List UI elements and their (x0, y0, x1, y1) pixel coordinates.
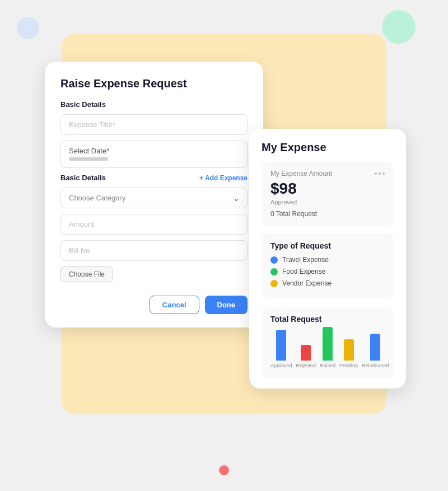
my-expense-title: My Expense (262, 141, 394, 154)
raise-expense-card: Raise Expense Request Basic Details Sele… (45, 62, 263, 328)
choose-file-button[interactable]: Choose File (60, 266, 113, 282)
bill-no-input[interactable] (60, 240, 248, 261)
expense-amount-value: $98 (270, 180, 385, 198)
bar-chart: ApprovedRejectedRaisedPendingReimbursed (270, 329, 385, 368)
bar-group: Raised (320, 327, 335, 368)
basic-details-label-1: Basic Details (60, 100, 248, 109)
dot-2 (379, 172, 381, 175)
food-label: Food Expense (282, 268, 325, 275)
my-expense-card: My Expense My Expense Amount $98 Approve… (249, 129, 406, 389)
request-item-food: Food Expense (270, 268, 385, 275)
basic-details-header: Basic Details + Add Expense (60, 174, 248, 182)
bar-group: Approved (270, 330, 292, 368)
travel-label: Travel Expense (282, 256, 329, 264)
vendor-dot (270, 280, 278, 287)
bar-group: Pending (339, 339, 358, 368)
request-item-travel: Travel Expense (270, 256, 385, 264)
form-actions: Cancel Done (60, 296, 248, 314)
food-dot (270, 268, 278, 275)
raise-expense-title: Raise Expense Request (60, 77, 248, 90)
expense-status: Approved (270, 199, 385, 205)
blue-blob (17, 17, 39, 39)
expense-amount-section: My Expense Amount $98 Approved 0 Total R… (262, 162, 394, 226)
bar (370, 334, 380, 361)
expense-title-input[interactable] (60, 114, 248, 135)
total-request-section: Total Request ApprovedRejectedRaisedPend… (262, 307, 394, 378)
category-select[interactable]: Choose Category Travel Expense Food Expe… (60, 188, 248, 208)
bar-label: Approved (270, 363, 292, 368)
type-of-request-section: Type of Request Travel Expense Food Expe… (262, 233, 394, 299)
done-button[interactable]: Done (205, 296, 248, 314)
dots-menu (375, 172, 385, 175)
add-expense-button[interactable]: + Add Expense (199, 174, 248, 182)
expense-amount-label-row: My Expense Amount (270, 170, 385, 177)
bar-group: Reimbursed (362, 334, 389, 368)
select-date-label: Select Date* (69, 147, 239, 155)
vendor-label: Vendor Expense (282, 279, 332, 287)
bar (276, 330, 286, 361)
teal-blob (382, 10, 416, 44)
select-date-field[interactable]: Select Date* (60, 141, 248, 168)
total-request-title: Total Request (270, 315, 385, 324)
cancel-button[interactable]: Cancel (150, 296, 199, 314)
basic-details-label-2: Basic Details (60, 174, 106, 182)
date-bar (69, 157, 108, 161)
file-upload-row: Choose File (60, 266, 248, 292)
travel-dot (270, 256, 278, 264)
bar-label: Reimbursed (362, 363, 389, 368)
amount-input[interactable] (60, 214, 248, 235)
bar-group: Rejected (296, 345, 316, 368)
dot-3 (382, 172, 385, 175)
dot-1 (375, 172, 377, 175)
bar (344, 339, 354, 361)
expense-amount-label-text: My Expense Amount (270, 170, 332, 177)
request-item-vendor: Vendor Expense (270, 279, 385, 287)
bar-label: Rejected (296, 363, 316, 368)
bar (323, 327, 333, 361)
category-select-wrap: Choose Category Travel Expense Food Expe… (60, 188, 248, 208)
bar-label: Pending (339, 363, 358, 368)
expense-total-label: 0 Total Request (270, 210, 385, 218)
bar (301, 345, 311, 361)
bottom-dot (219, 465, 229, 475)
bar-label: Raised (320, 363, 335, 368)
type-of-request-title: Type of Request (270, 241, 385, 250)
